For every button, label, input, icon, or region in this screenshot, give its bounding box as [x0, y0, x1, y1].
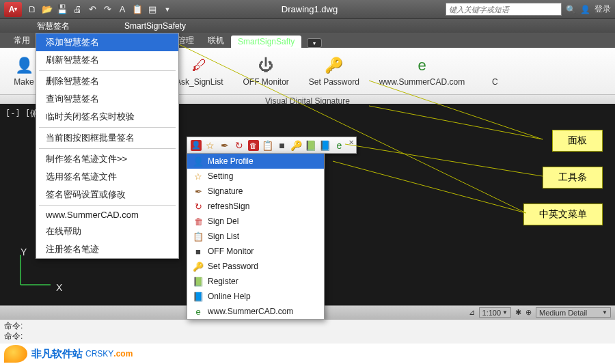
menu-item-icon: e [193, 306, 204, 317]
ribbon-btn-5[interactable]: 🔑Set Password [299, 51, 370, 92]
toolbar-btn-2[interactable]: ✒ [218, 139, 231, 152]
en-menu-item[interactable]: ■OFF Monitor [187, 244, 324, 259]
en-menu-item[interactable]: 👤Make Profile [187, 154, 324, 169]
toolbar-btn-4[interactable]: 🗑 [247, 139, 260, 152]
cn-menu-item[interactable]: 在线帮助 [36, 223, 178, 240]
status-icon2[interactable]: ⊕ [525, 308, 532, 317]
toolbar-btn-10[interactable]: e [333, 139, 346, 152]
layer-icon[interactable]: ▤ [146, 3, 159, 16]
new-icon[interactable]: 🗋 [26, 3, 38, 16]
cn-context-menu: 添加智慧签名刷新智慧签名删除智慧签名查询智慧签名临时关闭签名实时校验当前图按图框… [36, 33, 179, 259]
en-menu-item[interactable]: 🗑Sign Del [187, 214, 324, 229]
en-menu-item[interactable]: ☆Setting [187, 169, 324, 184]
menu-en[interactable]: SmartSignSafety [124, 21, 186, 31]
open-icon[interactable]: 📂 [41, 3, 53, 16]
menu-item-label: Signature [208, 186, 243, 196]
menu-item-label: Setting [208, 171, 233, 181]
undo-icon[interactable]: ↶ [86, 3, 98, 16]
en-menu-item[interactable]: 🔑Set Password [187, 259, 324, 274]
ribbon-label: Ask_SignList [176, 77, 223, 87]
cn-menu-item[interactable]: www.SummerCAD.com [36, 207, 178, 223]
viewport-label[interactable]: [-] [俯 [5, 108, 38, 120]
cn-menu-item[interactable]: 添加智慧签名 [36, 33, 178, 51]
app-menu-button[interactable]: A▾ [4, 2, 22, 17]
ribbon-label: Make [14, 77, 33, 87]
menu-item-icon: 📘 [193, 291, 204, 302]
callout-toolbar: 工具条 [543, 167, 603, 188]
menu-cn[interactable]: 智慧签名 [37, 20, 70, 32]
tab-smartsign[interactable]: SmartSignSafty [231, 36, 301, 48]
en-menu-item[interactable]: 📗Register [187, 274, 324, 289]
logo-text-cn: 非凡软件站 [31, 348, 83, 361]
toolbar-btn-7[interactable]: 🔑 [290, 139, 303, 152]
status-icon[interactable]: ✱ [515, 308, 521, 317]
tab-online[interactable]: 联机 [201, 33, 231, 48]
redo-icon[interactable]: ↷ [101, 3, 113, 16]
toolbar-btn-8[interactable]: 📗 [304, 139, 317, 152]
en-menu-item[interactable]: 📘Online Help [187, 289, 324, 304]
cn-menu-item[interactable]: 刷新智慧签名 [36, 51, 178, 69]
paste-icon[interactable]: 📋 [131, 3, 144, 16]
menu-item-label: Make Profile [208, 156, 254, 166]
cn-menu-item[interactable]: 注册签名笔迹 [36, 240, 178, 258]
ribbon-label: Set Password [309, 77, 359, 87]
qat-dropdown-icon[interactable]: ▼ [161, 3, 174, 16]
menu-item-label: Set Password [208, 262, 258, 271]
search-icon[interactable]: 🔍 [566, 5, 576, 14]
cn-menu-item[interactable]: 当前图按图框批量签名 [36, 129, 178, 147]
scale-control[interactable]: 1:100▼ [479, 307, 511, 318]
en-menu-item[interactable]: ✒Signature [187, 184, 324, 199]
en-menu-item[interactable]: ↻refreshSign [187, 199, 324, 214]
toolbar-btn-3[interactable]: ↻ [232, 139, 245, 152]
ribbon-btn-7[interactable]: C [475, 51, 515, 92]
toolbar-btn-6[interactable]: ■ [275, 139, 288, 152]
title-bar: A▾ 🗋 📂 💾 🖨 ↶ ↷ A 📋 ▤ ▼ Drawing1.dwg 🔍 👤 … [0, 0, 615, 19]
cn-menu-item[interactable]: 临时关闭签名实时校验 [36, 108, 178, 126]
toolbar-btn-0[interactable]: 👤 [189, 139, 202, 152]
floating-toolbar[interactable]: 👤☆✒↻🗑📋■🔑📗📘e✕ [187, 137, 357, 154]
ribbon-icon: 🔑 [324, 55, 344, 76]
logo-text-en: CRSKY.com [85, 349, 133, 359]
print-icon[interactable]: 🖨 [71, 3, 83, 16]
ribbon-btn-4[interactable]: ⏻OFF Monitor [233, 51, 299, 92]
tab-overflow-icon[interactable]: ▾ [307, 38, 322, 48]
toolbar-btn-5[interactable]: 📋 [261, 139, 274, 152]
tab-common[interactable]: 常用 [7, 33, 37, 48]
save-icon[interactable]: 💾 [56, 3, 68, 16]
scale-icon[interactable]: ⊿ [469, 308, 475, 317]
close-icon[interactable]: ✕ [348, 139, 354, 152]
user-icon[interactable]: 👤 [580, 5, 590, 14]
toolbar-btn-9[interactable]: 📘 [318, 139, 331, 152]
menu-item-icon: ↻ [193, 201, 204, 212]
menu-item-icon: 🔑 [193, 261, 204, 272]
ribbon-btn-6[interactable]: ewww.SummerCAD.com [370, 51, 475, 92]
anno-icon[interactable]: A [116, 3, 128, 16]
search-input[interactable] [446, 3, 562, 16]
ribbon-icon: ⏻ [256, 55, 276, 76]
ribbon-icon: 👤 [14, 55, 34, 76]
detail-control[interactable]: Medium Detail▼ [536, 307, 611, 318]
menu-item-label: Online Help [208, 292, 251, 301]
en-menu-item[interactable]: ewww.SummerCAD.com [187, 304, 324, 319]
toolbar-btn-1[interactable]: ☆ [204, 139, 217, 152]
command-line[interactable]: 命令: 命令: [0, 319, 615, 344]
menu-item-label: OFF Monitor [208, 247, 254, 256]
cn-menu-item[interactable]: 制作签名笔迹文件>> [36, 150, 178, 168]
quick-access-toolbar: 🗋 📂 💾 🖨 ↶ ↷ A 📋 ▤ ▼ [26, 3, 174, 16]
en-menu-item[interactable]: 📋Sign List [187, 229, 324, 244]
menu-item-icon: ■ [193, 246, 204, 257]
cn-menu-item[interactable]: 删除智慧签名 [36, 72, 178, 90]
cmd-prompt: 命令: [4, 331, 611, 341]
callout-panel: 面板 [552, 130, 603, 152]
cn-menu-item[interactable]: 选用签名笔迹文件 [36, 168, 178, 186]
cn-menu-item[interactable]: 签名密码设置或修改 [36, 186, 178, 204]
ribbon-icon [484, 55, 505, 76]
cn-menu-item[interactable]: 查询智慧签名 [36, 90, 178, 108]
menu-item-label: refreshSign [208, 201, 249, 211]
cmd-history: 命令: [4, 321, 611, 331]
menu-item-label: Sign Del [208, 216, 238, 226]
login-link[interactable]: 登录 [594, 3, 611, 15]
callout-menu: 中英文菜单 [523, 204, 603, 225]
menu-item-icon: 📗 [193, 276, 204, 287]
menu-bar: 智慧签名 SmartSignSafety [0, 19, 615, 33]
